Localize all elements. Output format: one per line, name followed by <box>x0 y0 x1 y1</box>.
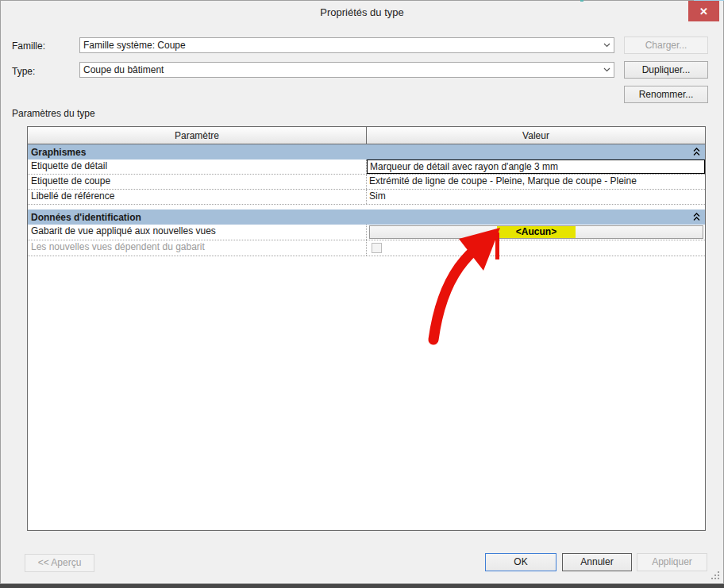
background-artifact <box>580 0 583 2</box>
table-caption: Paramètres du type <box>12 108 95 119</box>
table-header: Paramètre Valeur <box>28 127 705 144</box>
collapse-icon[interactable] <box>687 148 705 156</box>
renommer-button[interactable]: Renommer... <box>624 86 708 103</box>
famille-selected-value: Famille système: Coupe <box>83 40 600 51</box>
appliquer-button[interactable]: Appliquer <box>637 553 707 571</box>
close-button[interactable]: ✕ <box>688 1 719 21</box>
chevron-down-icon[interactable] <box>600 63 614 77</box>
famille-label: Famille: <box>12 40 45 52</box>
close-icon: ✕ <box>699 6 708 17</box>
resize-grip-icon[interactable] <box>711 571 720 580</box>
chevron-down-icon[interactable] <box>600 38 614 52</box>
type-selected-value: Coupe du bâtiment <box>83 64 600 75</box>
value-cell[interactable] <box>367 240 705 256</box>
table-row: Etiquette de détailMarqueur de détail av… <box>28 159 705 175</box>
column-header-parametre[interactable]: Paramètre <box>28 127 367 144</box>
type-select[interactable]: Coupe du bâtiment <box>79 62 614 78</box>
apercu-button[interactable]: << Aperçu <box>25 554 94 572</box>
value-cell[interactable]: Extrémité de ligne de coupe - Pleine, Ma… <box>367 175 705 189</box>
value-cell[interactable]: Marqueur de détail avec rayon d'angle 3 … <box>367 159 705 174</box>
view-template-button[interactable]: <Aucun> <box>369 225 703 239</box>
dialog-title: Propriétés du type <box>1 6 723 18</box>
table-row: Etiquette de coupeExtrémité de ligne de … <box>28 175 705 190</box>
type-properties-dialog: Propriétés du type ✕ Famille: Famille sy… <box>0 0 724 584</box>
background-artifact <box>694 0 724 1</box>
collapse-icon[interactable] <box>687 213 705 221</box>
annuler-button[interactable]: Annuler <box>562 553 632 571</box>
type-parameters-table: Paramètre Valeur GraphismesEtiquette de … <box>27 126 706 531</box>
column-header-valeur[interactable]: Valeur <box>367 127 705 144</box>
table-row: Gabarit de vue appliqué aux nouvelles vu… <box>28 225 705 240</box>
param-cell[interactable]: Libellé de référence <box>28 190 367 204</box>
dupliquer-button[interactable]: Dupliquer... <box>624 61 708 79</box>
param-cell[interactable]: Gabarit de vue appliqué aux nouvelles vu… <box>28 225 367 240</box>
table-row: Libellé de référenceSim <box>28 190 705 205</box>
group-header-graphismes[interactable]: Graphismes <box>28 144 705 159</box>
value-cell[interactable]: Sim <box>367 190 705 204</box>
famille-select[interactable]: Famille système: Coupe <box>79 37 614 53</box>
param-cell[interactable]: Etiquette de coupe <box>28 175 367 189</box>
param-cell[interactable]: Les nouvelles vues dépendent du gabarit <box>28 240 367 256</box>
value-cell[interactable]: <Aucun> <box>367 225 705 240</box>
highlight-annotation: <Aucun> <box>497 226 576 238</box>
group-header-donnees-identification[interactable]: Données d'identification <box>28 209 705 225</box>
table-row: Les nouvelles vues dépendent du gabarit <box>28 240 705 256</box>
group-header-label: Graphismes <box>31 147 687 158</box>
charger-button[interactable]: Charger... <box>624 37 708 54</box>
dependency-checkbox[interactable] <box>372 243 382 253</box>
type-label: Type: <box>12 66 35 77</box>
group-header-label: Données d'identification <box>31 212 687 223</box>
background-window-edge <box>0 584 724 588</box>
table-body: GraphismesEtiquette de détailMarqueur de… <box>28 144 705 256</box>
ok-button[interactable]: OK <box>485 553 556 571</box>
param-cell[interactable]: Etiquette de détail <box>28 159 367 174</box>
titlebar[interactable]: Propriétés du type ✕ <box>1 1 723 23</box>
